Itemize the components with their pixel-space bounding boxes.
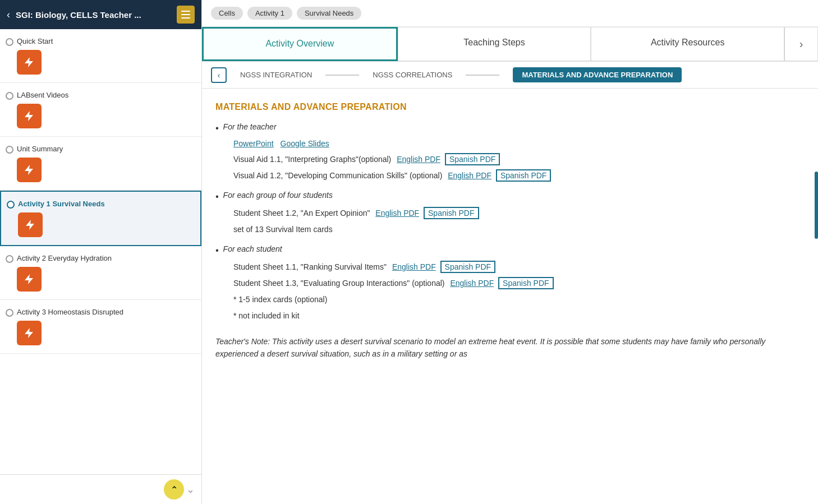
ss12-english-pdf[interactable]: English PDF xyxy=(375,209,419,218)
sidebar-item-labsent[interactable]: LABsent Videos xyxy=(0,83,201,137)
scroll-up-button[interactable]: ⌃ xyxy=(164,479,184,500)
sidebar-item-activity-1[interactable]: Activity 1 Survival Needs xyxy=(0,191,201,246)
student-sheet-1-1: Student Sheet 1.1, "Ranking Survival Ite… xyxy=(233,261,805,273)
nav-icon-activity-1[interactable] xyxy=(18,212,43,237)
google-slides-link[interactable]: Google Slides xyxy=(281,139,329,148)
not-in-kit: * not included in kit xyxy=(233,310,805,322)
sub-nav-back-button[interactable]: ‹ xyxy=(211,67,227,83)
nav-icon-activity-2[interactable] xyxy=(17,267,42,292)
nav-label-labsent: LABsent Videos xyxy=(17,91,192,99)
sub-nav: ‹ NGSS INTEGRATION NGSS CORRELATIONS MAT… xyxy=(202,62,818,89)
nav-label-activity-2: Activity 2 Everyday Hydration xyxy=(17,254,192,262)
va11-english-pdf[interactable]: English PDF xyxy=(397,155,440,164)
for-group-label: For each group of four students xyxy=(223,191,333,200)
sub-nav-materials[interactable]: MATERIALS AND ADVANCE PREPARATION xyxy=(513,67,682,82)
tab-teaching-steps[interactable]: Teaching Steps xyxy=(398,27,591,61)
tab-next-arrow[interactable]: › xyxy=(784,27,818,61)
va11-spanish-pdf[interactable]: Spanish PDF xyxy=(445,153,500,165)
for-student-label: For each student xyxy=(223,244,282,253)
va12-spanish-pdf[interactable]: Spanish PDF xyxy=(496,169,551,182)
nav-label-activity-3: Activity 3 Homeostasis Disrupted xyxy=(17,308,192,316)
ss13-spanish-pdf[interactable]: Spanish PDF xyxy=(498,277,553,289)
breadcrumb: Cells Activity 1 Survival Needs xyxy=(202,0,818,27)
visual-aid-1-1: Visual Aid 1.1, "Interpreting Graphs"(op… xyxy=(233,154,805,165)
nav-icon-activity-3[interactable] xyxy=(17,321,42,345)
materials-list: • For the teacher PowerPoint Google Slid… xyxy=(215,122,805,322)
sidebar-scroll-controls: ⌃ ⌄ xyxy=(0,474,201,504)
sidebar-item-quick-start[interactable]: Quick Start xyxy=(0,29,201,83)
sub-nav-ngss-correlations[interactable]: NGSS CORRELATIONS xyxy=(373,68,452,81)
teacher-note: Teacher's Note: This activity uses a des… xyxy=(215,335,805,360)
teacher-top-links: PowerPoint Google Slides xyxy=(233,139,805,148)
section-for-teacher: • For the teacher PowerPoint Google Slid… xyxy=(215,122,805,182)
powerpoint-link[interactable]: PowerPoint xyxy=(233,139,274,148)
tab-activity-resources[interactable]: Activity Resources xyxy=(591,27,784,61)
visual-aid-1-2: Visual Aid 1.2, "Developing Communicatio… xyxy=(233,170,805,182)
breadcrumb-cells[interactable]: Cells xyxy=(211,7,243,20)
section-title: MATERIALS AND ADVANCE PREPARATION xyxy=(215,102,805,112)
sidebar: ‹ SGI: Biology, CELLS Teacher ... Quick … xyxy=(0,0,202,504)
tab-activity-overview[interactable]: Activity Overview xyxy=(202,27,398,61)
index-cards: * 1-5 index cards (optional) xyxy=(233,294,805,306)
survival-cards: set of 13 Survival Item cards xyxy=(233,224,805,235)
sidebar-item-activity-2[interactable]: Activity 2 Everyday Hydration xyxy=(0,246,201,300)
section-for-group: • For each group of four students Studen… xyxy=(215,191,805,235)
nav-label-unit-summary: Unit Summary xyxy=(17,145,192,153)
sidebar-item-unit-summary[interactable]: Unit Summary xyxy=(0,137,201,191)
ss12-spanish-pdf[interactable]: Spanish PDF xyxy=(424,207,479,219)
sidebar-title: SGI: Biology, CELLS Teacher ... xyxy=(16,10,171,20)
student-sheet-1-3: Student Sheet 1.3, "Evaluating Group Int… xyxy=(233,278,805,289)
main-content: Cells Activity 1 Survival Needs Activity… xyxy=(202,0,818,504)
section-for-student: • For each student Student Sheet 1.1, "R… xyxy=(215,244,805,322)
breadcrumb-survival[interactable]: Survival Needs xyxy=(297,7,361,20)
content-area: MATERIALS AND ADVANCE PREPARATION • For … xyxy=(202,89,818,504)
ss11-spanish-pdf[interactable]: Spanish PDF xyxy=(440,261,495,273)
menu-icon-button[interactable] xyxy=(177,6,195,24)
scrollbar-indicator[interactable] xyxy=(815,172,818,239)
nav-label-activity-1: Activity 1 Survival Needs xyxy=(18,200,191,208)
ss13-english-pdf[interactable]: English PDF xyxy=(450,279,494,288)
for-teacher-label: For the teacher xyxy=(223,122,277,131)
nav-icon-unit-summary[interactable] xyxy=(17,158,42,182)
sub-nav-ngss-integration[interactable]: NGSS INTEGRATION xyxy=(240,68,312,81)
sub-nav-divider-2 xyxy=(466,75,499,76)
nav-icon-labsent[interactable] xyxy=(17,104,42,128)
nav-icon-quick-start[interactable] xyxy=(17,50,42,75)
sidebar-nav: Quick Start LABsent Videos Unit Summary … xyxy=(0,29,201,474)
back-icon[interactable]: ‹ xyxy=(7,9,10,21)
va12-english-pdf[interactable]: English PDF xyxy=(448,171,491,180)
nav-label-quick-start: Quick Start xyxy=(17,37,192,45)
ss11-english-pdf[interactable]: English PDF xyxy=(392,262,436,271)
sidebar-header: ‹ SGI: Biology, CELLS Teacher ... xyxy=(0,0,201,29)
student-sheet-1-2: Student Sheet 1.2, "An Expert Opinion" E… xyxy=(233,207,805,219)
sidebar-item-activity-3[interactable]: Activity 3 Homeostasis Disrupted xyxy=(0,300,201,354)
tab-bar: Activity Overview Teaching Steps Activit… xyxy=(202,27,818,62)
sub-nav-divider-1 xyxy=(325,75,359,76)
breadcrumb-activity1[interactable]: Activity 1 xyxy=(247,7,292,20)
